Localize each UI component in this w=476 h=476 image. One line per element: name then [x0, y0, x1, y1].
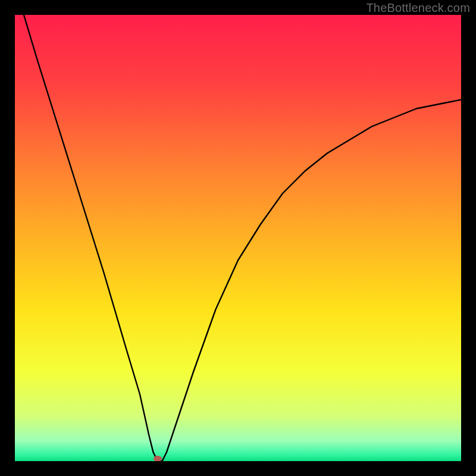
chart-plot-area [15, 15, 461, 461]
watermark-text: TheBottleneck.com [366, 1, 470, 15]
chart-svg [15, 15, 461, 461]
chart-background-gradient [15, 15, 461, 461]
